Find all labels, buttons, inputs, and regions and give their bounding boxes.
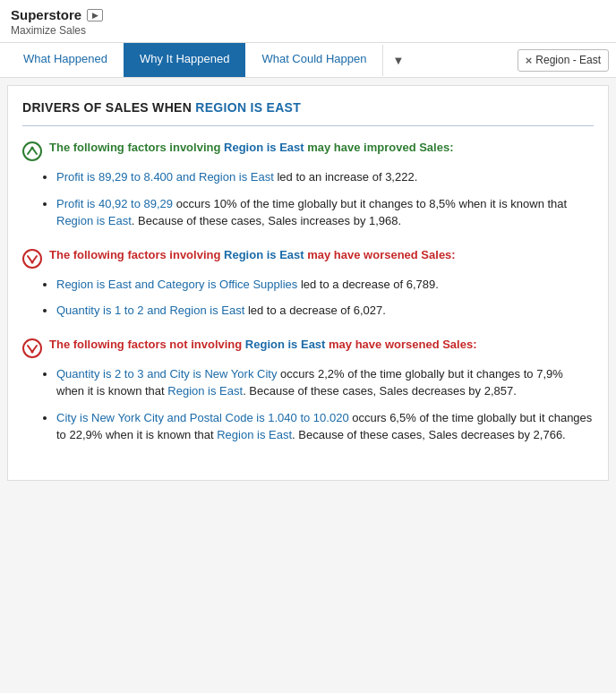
list-item: Region is East and Category is Office Su… (56, 276, 594, 294)
list-item: Profit is 89,29 to 8.400 and Region is E… (56, 168, 594, 186)
list-item: City is New York City and Postal Code is… (56, 409, 594, 444)
insight-heading-worsened: The following factors involving Region i… (49, 248, 456, 261)
tab-why-it-happened[interactable]: Why It Happened (124, 43, 245, 77)
region-east-link[interactable]: Region is East (167, 384, 243, 398)
svg-point-4 (23, 339, 41, 357)
bullet-link[interactable]: Quantity is 1 to 2 and Region is East (56, 304, 244, 317)
worsened-region-link[interactable]: Region is East (224, 248, 304, 261)
nav-bar: What Happened Why It Happened What Could… (0, 43, 616, 78)
section-title-prefix: DRIVERS OF SALES WHEN (22, 100, 195, 115)
svg-point-1 (31, 147, 34, 150)
svg-point-3 (31, 261, 34, 263)
insight-heading-improved: The following factors involving Region i… (49, 141, 454, 154)
insight-block-worsened: The following factors involving Region i… (22, 248, 594, 320)
play-icon[interactable]: ▶ (87, 9, 103, 21)
bullet-link[interactable]: Profit is 40,92 to 89,29 (56, 197, 173, 210)
section-title-highlight: REGION IS EAST (195, 100, 301, 115)
insight-block-improved: The following factors involving Region i… (22, 141, 594, 230)
list-item: Quantity is 2 to 3 and City is New York … (56, 365, 594, 400)
insight-block-worsened-not: The following factors not involving Regi… (22, 338, 594, 444)
worsened-not-bullets: Quantity is 2 to 3 and City is New York … (49, 365, 594, 444)
app-title: Superstore (11, 7, 81, 22)
insight-heading-worsened-not: The following factors not involving Regi… (49, 338, 477, 351)
nav-dropdown-button[interactable]: ▼ (382, 45, 413, 76)
bullet-link[interactable]: Region is East and Category is Office Su… (56, 278, 297, 291)
tab-what-could-happen[interactable]: What Could Happen (245, 43, 382, 77)
section-divider (22, 125, 594, 126)
app-header: Superstore ▶ Maximize Sales (0, 0, 616, 43)
list-item: Quantity is 1 to 2 and Region is East le… (56, 302, 594, 320)
list-item: Profit is 40,92 to 89,29 occurs 10% of t… (56, 195, 594, 230)
insight-header-improved: The following factors involving Region i… (22, 141, 594, 161)
main-content: DRIVERS OF SALES WHEN REGION IS EAST The… (7, 85, 609, 481)
improved-bullets: Profit is 89,29 to 8.400 and Region is E… (49, 168, 594, 230)
region-east-link[interactable]: Region is East (217, 428, 292, 441)
section-title: DRIVERS OF SALES WHEN REGION IS EAST (22, 100, 594, 115)
filter-chip-remove-icon[interactable]: × (526, 54, 533, 67)
filter-chip-label: Region - East (535, 54, 601, 66)
filter-chip-region-east[interactable]: × Region - East (518, 49, 609, 72)
svg-point-5 (31, 350, 34, 353)
svg-point-2 (23, 250, 41, 268)
worsened-not-icon (22, 338, 42, 358)
tab-what-happened[interactable]: What Happened (7, 43, 124, 77)
worsened-icon (22, 249, 42, 269)
improved-icon (22, 141, 42, 161)
bullet-link[interactable]: Quantity is 2 to 3 and City is New York … (56, 367, 277, 381)
app-subtitle: Maximize Sales (11, 24, 605, 37)
insight-header-worsened: The following factors involving Region i… (22, 248, 594, 269)
worsened-bullets: Region is East and Category is Office Su… (49, 276, 594, 320)
bullet-link[interactable]: City is New York City and Postal Code is… (56, 411, 349, 424)
bullet-link[interactable]: Profit is 89,29 to 8.400 and Region is E… (56, 170, 274, 184)
svg-point-0 (23, 142, 41, 160)
insight-header-worsened-not: The following factors not involving Regi… (22, 338, 594, 358)
region-east-link[interactable]: Region is East (56, 214, 132, 227)
improved-region-link[interactable]: Region is East (224, 141, 304, 154)
worsened-not-region-link[interactable]: Region is East (245, 338, 326, 351)
